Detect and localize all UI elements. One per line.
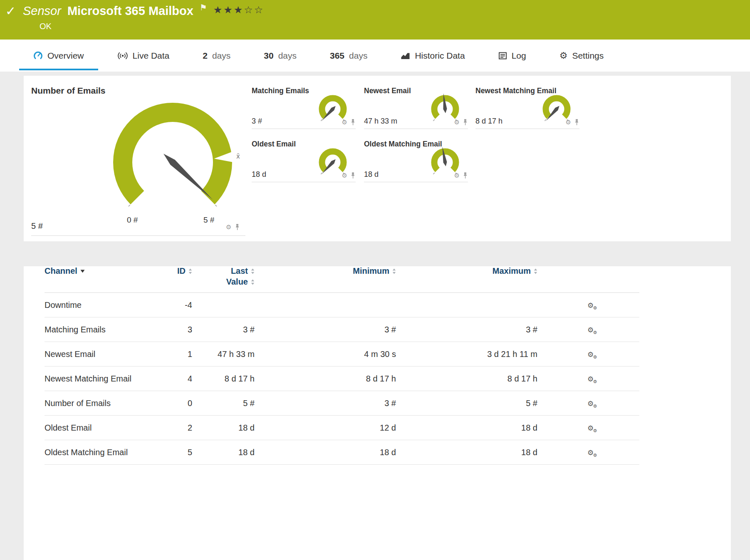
sort-icon[interactable] (534, 268, 537, 274)
small-gauge-block: Newest Matching Email8 d 17 h⚙ (475, 87, 579, 129)
sort-icon[interactable] (188, 268, 192, 274)
sort-icon[interactable] (392, 268, 396, 274)
channel-settings-icon[interactable]: ⚙⚙ (587, 350, 594, 359)
cell-last-value: 18 d (192, 448, 255, 457)
cell-last-value: 18 d (192, 423, 255, 433)
gear-icon[interactable]: ⚙ (454, 119, 460, 126)
channel-settings-icon[interactable]: ⚙⚙ (587, 375, 594, 383)
channel-settings-icon[interactable]: ⚙⚙ (587, 301, 594, 310)
cell-maximum: 3 d 21 h 11 m (396, 349, 537, 359)
column-maximum[interactable]: Maximum (396, 266, 537, 276)
cell-maximum: 8 d 17 h (396, 374, 537, 384)
cell-channel[interactable]: Downtime (45, 300, 165, 310)
gauge-value: 47 h 33 m (364, 117, 397, 126)
tab-historic-data[interactable]: Historic Data (384, 40, 481, 72)
cell-minimum: 3 # (255, 325, 396, 335)
priority-rating[interactable]: ★★★☆☆ (213, 4, 265, 16)
gear-icon[interactable]: ⚙ (226, 224, 231, 230)
table-row: Newest Email147 h 33 m4 m 30 s3 d 21 h 1… (45, 342, 639, 367)
tab-2-days[interactable]: 2days (186, 40, 247, 72)
historic-data-icon (401, 52, 410, 60)
tab-label: days (349, 51, 367, 61)
pin-icon[interactable] (463, 172, 468, 179)
tab-live-data[interactable]: Live Data (101, 40, 186, 72)
channel-settings-icon[interactable]: ⚙⚙ (587, 399, 594, 408)
tab-bar: OverviewLive Data2days30days365daysHisto… (0, 40, 750, 72)
cell-id: 2 (165, 423, 192, 433)
gauge-actions: ⚙ (454, 119, 468, 126)
tab-label: days (278, 51, 297, 61)
column-id[interactable]: ID (165, 266, 192, 276)
tab-number: 2 (203, 51, 208, 61)
gauge-value: 3 # (252, 117, 262, 126)
live-data-icon (117, 52, 128, 60)
cell-id: -4 (165, 300, 192, 310)
gear-icon[interactable]: ⚙ (342, 173, 347, 179)
tab-label: days (212, 51, 230, 61)
pin-icon[interactable] (235, 224, 240, 230)
cell-last-value: 47 h 33 m (192, 349, 255, 359)
gauge-value: 8 d 17 h (475, 117, 502, 126)
gauge-value: 18 d (364, 170, 379, 179)
star-icon[interactable]: ★ (234, 4, 244, 16)
column-last-value[interactable]: LastValue (192, 266, 255, 287)
cell-channel[interactable]: Number of Emails (45, 399, 165, 408)
star-icon[interactable]: ☆ (254, 4, 265, 16)
pin-icon[interactable] (351, 172, 355, 179)
sort-icon[interactable] (251, 268, 255, 274)
pin-icon[interactable] (463, 119, 468, 126)
table-row: Oldest Matching Email518 d18 d18 d⚙⚙ (45, 440, 639, 465)
sort-icon[interactable] (251, 279, 255, 285)
log-icon (498, 52, 507, 60)
tab-number: 30 (264, 51, 273, 61)
small-gauge-block: Newest Email47 h 33 m⚙ (364, 87, 468, 129)
page-content: Number of Emails x̄ 0 # 5 # 5 # ⚙ Matchi… (0, 72, 750, 560)
main-gauge-actions: ⚙ (226, 224, 240, 230)
cell-last-value: 8 d 17 h (192, 374, 255, 384)
cell-channel[interactable]: Newest Email (45, 349, 165, 359)
cell-channel[interactable]: Newest Matching Email (45, 374, 165, 384)
gear-icon[interactable]: ⚙ (566, 119, 571, 126)
channel-settings-icon[interactable]: ⚙⚙ (587, 448, 594, 457)
gauge-actions: ⚙ (342, 172, 355, 179)
sort-desc-icon[interactable] (80, 270, 85, 273)
star-icon[interactable]: ☆ (244, 4, 254, 16)
channel-settings-icon[interactable]: ⚙⚙ (587, 326, 594, 334)
tab-label: Overview (47, 51, 84, 61)
cell-maximum: 18 d (396, 448, 537, 457)
gauge-actions: ⚙ (454, 172, 468, 179)
gauge-value: 18 d (252, 170, 266, 179)
table-row: Oldest Email218 d12 d18 d⚙⚙ (45, 416, 639, 440)
object-kind-label: Sensor (23, 3, 61, 18)
tab-365-days[interactable]: 365days (313, 40, 384, 72)
flag-icon[interactable]: ⚑ (200, 3, 207, 12)
column-channel[interactable]: Channel (45, 266, 165, 276)
tab-log[interactable]: Log (482, 40, 543, 72)
gear-icon[interactable]: ⚙ (342, 119, 347, 126)
main-gauge-title: Number of Emails (31, 86, 106, 96)
channel-settings-icon[interactable]: ⚙⚙ (587, 424, 594, 432)
table-header-row: ChannelIDLastValueMinimumMaximum (45, 266, 639, 293)
small-gauge-block: Matching Emails3 #⚙ (252, 87, 356, 129)
column-minimum[interactable]: Minimum (255, 266, 396, 276)
tab-settings[interactable]: ⚙Settings (543, 40, 621, 72)
cell-id: 4 (165, 374, 192, 384)
cell-channel[interactable]: Oldest Email (45, 423, 165, 433)
tab-overview[interactable]: Overview (17, 40, 101, 72)
star-icon[interactable]: ★ (223, 4, 234, 16)
table-row: Downtime-4⚙⚙ (45, 293, 639, 317)
cell-minimum: 4 m 30 s (255, 349, 396, 359)
star-icon[interactable]: ★ (213, 4, 224, 16)
cell-minimum: 12 d (255, 423, 396, 433)
cell-id: 3 (165, 325, 192, 335)
table-row: Matching Emails33 #3 #3 #⚙⚙ (45, 317, 639, 342)
cell-channel[interactable]: Matching Emails (45, 325, 165, 335)
status-check-icon: ✓ (5, 5, 16, 17)
pin-icon[interactable] (574, 119, 579, 126)
tab-30-days[interactable]: 30days (247, 40, 313, 72)
pin-icon[interactable] (351, 119, 355, 126)
gauge-actions: ⚙ (566, 119, 579, 126)
cell-channel[interactable]: Oldest Matching Email (45, 448, 165, 457)
gear-icon[interactable]: ⚙ (454, 173, 460, 179)
cell-last-value: 5 # (192, 399, 255, 408)
